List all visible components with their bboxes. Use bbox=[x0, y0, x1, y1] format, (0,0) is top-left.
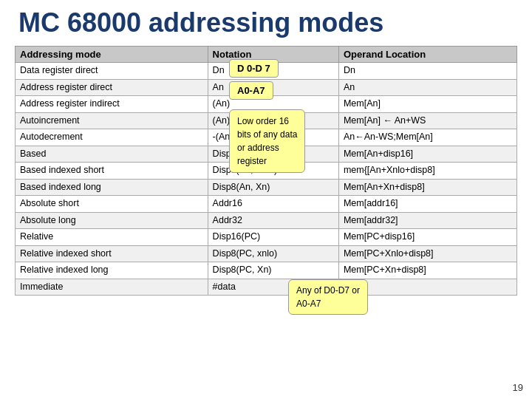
table-row: Absolute shortAddr16Mem[addr16] bbox=[16, 196, 517, 213]
notation-cell: Addr16 bbox=[208, 196, 338, 213]
location-cell: Mem[An] ← An+WS bbox=[338, 112, 516, 129]
mode-cell: Absolute short bbox=[16, 196, 208, 213]
table-row: Absolute longAddr32Mem[addr32] bbox=[16, 212, 517, 229]
mode-cell: Address register direct bbox=[16, 79, 208, 96]
table-row: Relative indexed longDisp8(PC, Xn)Mem[PC… bbox=[16, 262, 517, 279]
mode-cell: Data register direct bbox=[16, 63, 208, 80]
location-cell: Dn bbox=[338, 63, 516, 80]
tooltip-loworder: Low order 16bits of any dataor addressre… bbox=[229, 109, 305, 173]
notation-cell: Disp16(PC) bbox=[208, 229, 338, 246]
location-cell: Mem[An] bbox=[338, 96, 516, 113]
col-header-mode: Addressing mode bbox=[16, 47, 208, 63]
mode-cell: Based indexed long bbox=[16, 179, 208, 196]
mode-cell: Relative indexed short bbox=[16, 245, 208, 262]
location-cell: Mem[An+Xn+disp8] bbox=[338, 179, 516, 196]
location-cell: Mem[PC+disp16] bbox=[338, 229, 516, 246]
notation-cell: Disp8(PC, Xn) bbox=[208, 262, 338, 279]
location-cell: Mem[addr32] bbox=[338, 212, 516, 229]
location-cell: Mem[PC+Xn+disp8] bbox=[338, 262, 516, 279]
table-row: Based indexed longDisp8(An, Xn)Mem[An+Xn… bbox=[16, 179, 517, 196]
location-cell: An bbox=[338, 79, 516, 96]
page-number: 19 bbox=[513, 382, 523, 393]
mode-cell: Autoincrement bbox=[16, 112, 208, 129]
notation-cell: Addr32 bbox=[208, 212, 338, 229]
mode-cell: Relative indexed long bbox=[16, 262, 208, 279]
table-row: RelativeDisp16(PC)Mem[PC+disp16] bbox=[16, 229, 517, 246]
location-cell: mem{[An+Xnlo+disp8] bbox=[338, 163, 516, 180]
slide: MC 68000 addressing modes Addressing mod… bbox=[0, 0, 532, 399]
tooltip-a0a7: A0-A7 bbox=[229, 81, 273, 100]
location-cell: Mem[PC+Xnlo+disp8] bbox=[338, 245, 516, 262]
notation-cell: Disp8(An, Xn) bbox=[208, 179, 338, 196]
table-row: Relative indexed shortDisp8(PC, xnlo)Mem… bbox=[16, 245, 517, 262]
mode-cell: Immediate bbox=[16, 279, 208, 296]
notation-cell: Disp8(PC, xnlo) bbox=[208, 245, 338, 262]
mode-cell: Based bbox=[16, 146, 208, 163]
table-row: Immediate#datanil bbox=[16, 279, 517, 296]
tooltip-d0d7: D 0-D 7 bbox=[229, 59, 279, 78]
col-header-location: Operand Location bbox=[338, 47, 516, 63]
mode-cell: Address register indirect bbox=[16, 96, 208, 113]
mode-cell: Based indexed short bbox=[16, 163, 208, 180]
notation-cell: An bbox=[208, 79, 338, 96]
page-title: MC 68000 addressing modes bbox=[15, 7, 517, 38]
location-cell: An←An-WS;Mem[An] bbox=[338, 129, 516, 146]
location-cell: Mem[addr16] bbox=[338, 196, 516, 213]
location-cell: Mem[An+disp16] bbox=[338, 146, 516, 163]
mode-cell: Relative bbox=[16, 229, 208, 246]
mode-cell: Autodecrement bbox=[16, 129, 208, 146]
tooltip-anyd0d7: Any of D0-D7 orA0-A7 bbox=[288, 279, 368, 315]
mode-cell: Absolute long bbox=[16, 212, 208, 229]
